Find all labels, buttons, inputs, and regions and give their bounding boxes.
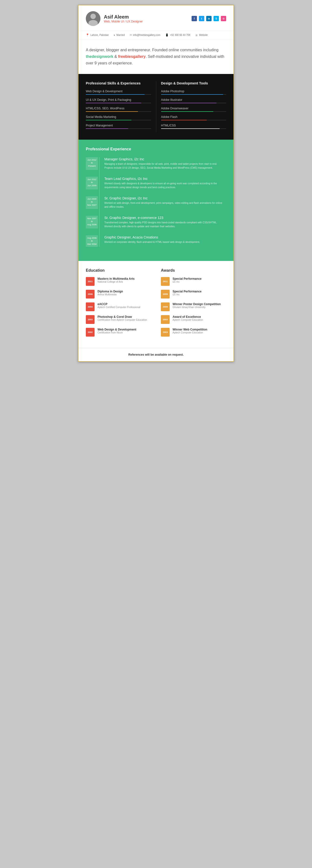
job-content: Team Lead Graphics, i2c Inc Worked close…: [102, 177, 226, 189]
job-content: Manager Graphics, i2c Inc Managing a tea…: [102, 157, 226, 170]
website-text: Website: [199, 34, 208, 36]
job-content: Sr. Graphic Designer, e-commerce 123 Tra…: [102, 216, 226, 228]
awards-title: Awards: [161, 268, 226, 273]
skill-name: Social Media Marketing: [86, 115, 151, 119]
award-institution: i2c Inc: [173, 280, 202, 283]
tools-section-title: Design & Development Tools: [161, 81, 227, 85]
job-desc: Worked closely with designers & develope…: [104, 182, 226, 189]
professional-skills-col: Professional Skills & Experiences Web De…: [86, 81, 156, 132]
skill-bar-fill: [86, 120, 131, 120]
job-title: Graphic Designer, Acacia Creations: [104, 235, 226, 239]
bio-section: A designer, blogger and entrepreneur. Fo…: [78, 39, 234, 74]
date-top: Jun 2012: [87, 178, 96, 181]
edu-year: 2011: [86, 277, 95, 286]
date-mid: to: [91, 240, 93, 242]
tool-bar-fill: [161, 128, 220, 129]
award-institution: Aptech Computer Education: [173, 318, 203, 321]
tool-item: Adobe Flash: [161, 115, 227, 120]
date-mid: to: [91, 220, 93, 223]
date-bot: Mar 2004: [87, 243, 97, 245]
dribbble-icon[interactable]: ⊙: [221, 16, 226, 21]
edu-item: 2006 Diploma in Design Arena Multimedia: [86, 290, 151, 299]
job-date: Jun 2012 to Present: [86, 157, 98, 170]
skill-name: Project Management: [86, 124, 151, 127]
edu-year: 2006: [86, 290, 95, 299]
timeline-item: Jun 2012 to Present Manager Graphics, i2…: [86, 157, 226, 170]
award-name: Special Performance: [173, 277, 202, 280]
tool-item: Adobe Illustrator: [161, 98, 227, 103]
footer-text: References will be available on request.: [86, 353, 226, 356]
tool-item: Adobe Dreamweaver: [161, 107, 227, 112]
meta-bar: 📍 Lahore, Pakistan ♥ Married ✉ info@free…: [78, 31, 234, 39]
job-title-text: Manager Graphics,: [104, 157, 133, 161]
award-name: Winner Web Competition: [173, 328, 207, 331]
education-col: Education 2011 Masters in Multimedia Art…: [86, 268, 156, 341]
edu-year: 2003: [86, 315, 95, 324]
edu-year: 2002: [86, 328, 95, 337]
email-text: info@freebiesgallery.com: [133, 34, 161, 36]
skills-section-title: Professional Skills & Experiences: [86, 81, 151, 85]
footer-section: References will be available on request.: [78, 348, 234, 361]
full-name: Asif Aleem: [104, 14, 143, 20]
awards-col: Awards 2011 Special Performance i2c Inc …: [156, 268, 226, 341]
twitter-icon[interactable]: t: [199, 16, 204, 21]
date-top: Jun 2009: [87, 198, 96, 200]
tool-bar: [161, 128, 227, 129]
award-text: Winner Poster Design Competition Ghulam …: [173, 303, 221, 309]
award-item: 2011 Special Performance i2c Inc: [161, 277, 226, 286]
job-date: Jun 2012 to Jun 2009: [86, 177, 98, 189]
date-mid: to: [91, 181, 93, 184]
bio-highlight-1[interactable]: thedesignwork: [86, 55, 113, 59]
linkedin-icon[interactable]: in: [206, 16, 212, 21]
header-section: Asif Aleem Web, Mobile UI / UX Designer …: [78, 5, 234, 31]
job-desc: Worked on web design, front-end developm…: [104, 201, 226, 209]
experience-section: Professional Experience Jun 2012 to Pres…: [78, 140, 234, 261]
award-year: 2003: [161, 328, 170, 337]
skype-icon[interactable]: S: [213, 16, 219, 21]
tool-item: Adobe Photoshop: [161, 90, 227, 95]
job-title-text: Graphic Designer,: [104, 235, 132, 239]
marital-meta: ♥ Married: [113, 34, 125, 37]
skill-bar-fill: [86, 128, 128, 129]
award-institution: i2c Inc: [173, 293, 202, 296]
job-date: Aug 2006 to Mar 2004: [86, 235, 98, 247]
date-bot: Present: [88, 165, 96, 167]
skill-name: HTML/CSS, SEO, WordPress: [86, 107, 151, 110]
job-date: Jun 2009 to Nov 2007: [86, 196, 98, 209]
job-company: Acacia Creations: [132, 235, 158, 239]
award-text: Special Performance i2c Inc: [173, 290, 202, 296]
skill-bar: [86, 120, 151, 120]
edu-institution: Arena Multimedia: [98, 293, 123, 296]
facebook-icon[interactable]: f: [192, 16, 197, 21]
job-content: Graphic Designer, Acacia Creations Worke…: [102, 235, 226, 247]
location-meta: 📍 Lahore, Pakistan: [86, 33, 109, 37]
job-title: Manager Graphics, i2c Inc: [104, 157, 226, 161]
edu-awards-section: Education 2011 Masters in Multimedia Art…: [78, 261, 234, 348]
job-content: Sr. Graphic Designer, i2c Inc Worked on …: [102, 196, 226, 209]
tools-col: Design & Development Tools Adobe Photosh…: [156, 81, 227, 132]
edu-text: Photoshop & Corel Draw Certification fro…: [98, 315, 147, 321]
tool-bar-fill: [161, 103, 216, 103]
tool-name: Adobe Flash: [161, 115, 227, 119]
tool-name: HTML/CSS: [161, 124, 227, 127]
bio-highlight-2[interactable]: freebiesgallery: [118, 55, 145, 59]
website-meta: 🖥 Website: [195, 34, 208, 37]
timeline-item: Nov 2007 to Aug 2006 Sr. Graphic Designe…: [86, 216, 226, 228]
edu-institution: Aptech Certified Computer Professional: [98, 306, 140, 309]
avatar: [86, 11, 100, 26]
award-year: 2009: [161, 290, 170, 299]
tool-item: HTML/CSS: [161, 124, 227, 129]
timeline-item: Jun 2012 to Jun 2009 Team Lead Graphics,…: [86, 177, 226, 189]
award-institution: Aptech Computer Education: [173, 331, 207, 334]
edu-institution: Certification from Aptech Computer Educa…: [98, 318, 147, 321]
tool-name: Adobe Photoshop: [161, 90, 227, 93]
award-item: 2003 Award of Excellence Aptech Computer…: [161, 315, 226, 324]
marital-text: Married: [116, 34, 125, 36]
phone-text: +92 300 66 44 708: [170, 34, 190, 36]
skill-name: UI & UX Design, Print & Packaging: [86, 98, 151, 101]
social-icons-group: f t in S ⊙: [192, 16, 226, 21]
award-year: 2009: [161, 303, 170, 311]
job-title: Web, Mobile UI / UX Designer: [104, 20, 143, 23]
award-year: 2003: [161, 315, 170, 324]
edu-degree: Masters in Multimedia Arts: [98, 277, 135, 280]
